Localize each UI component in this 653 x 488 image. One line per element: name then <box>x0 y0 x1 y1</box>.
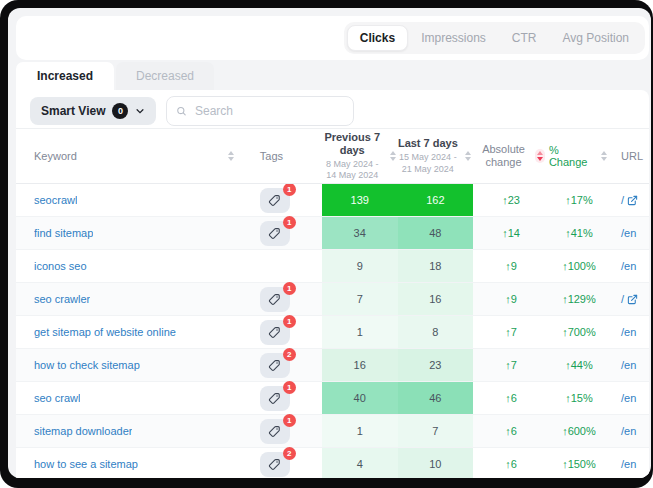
keyword-cell: get sitemap of website online <box>16 316 242 348</box>
metric-switcher: ClicksImpressionsCTRAvg Position <box>344 22 645 54</box>
search-icon <box>176 105 187 117</box>
sort-icon-previous[interactable] <box>388 149 398 163</box>
url-link[interactable]: /en <box>621 227 636 239</box>
tag-icon <box>268 392 281 405</box>
table-row: find sitemap13448↑14↑41%/en <box>16 217 649 250</box>
url-cell: /en <box>609 448 649 478</box>
keyword-link[interactable]: sitemap downloader <box>34 425 132 437</box>
keyword-link[interactable]: seo crawler <box>34 293 90 305</box>
keyword-link[interactable]: seocrawl <box>34 194 77 206</box>
header-last-title: Last 7 days <box>398 137 459 150</box>
keyword-cell: seo crawler <box>16 283 242 315</box>
tag-button[interactable]: 1 <box>260 419 290 444</box>
tag-count-badge: 1 <box>283 184 296 196</box>
tab-decreased[interactable]: Decreased <box>116 62 214 90</box>
keyword-cell: iconos seo <box>16 250 242 282</box>
last-value-cell: 18 <box>398 250 474 282</box>
last-value-cell: 162 <box>398 184 474 216</box>
keyword-link[interactable]: get sitemap of website online <box>34 326 176 338</box>
app-frame: ClicksImpressionsCTRAvg Position Increas… <box>0 0 653 488</box>
metric-tab-ctr[interactable]: CTR <box>499 25 550 51</box>
table-row: get sitemap of website online118↑7↑700%/… <box>16 316 649 349</box>
previous-value-cell: 16 <box>322 349 398 381</box>
tag-button[interactable]: 1 <box>260 320 290 345</box>
smart-view-dropdown[interactable]: Smart View 0 <box>30 97 156 125</box>
absolute-change-cell: ↑6 <box>473 448 549 478</box>
tag-button[interactable]: 1 <box>260 386 290 411</box>
absolute-change-cell: ↑9 <box>473 250 549 282</box>
percent-change-cell: ↑700% <box>549 316 609 348</box>
header-url-label: URL <box>621 150 643 162</box>
tag-button[interactable]: 1 <box>260 188 290 213</box>
percent-change-cell: ↑44% <box>549 349 609 381</box>
table-row: how to check sitemap21623↑7↑44%/en <box>16 349 649 382</box>
percent-change-cell: ↑100% <box>549 250 609 282</box>
absolute-change-cell: ↑7 <box>473 349 549 381</box>
table-row: sitemap downloader117↑6↑600%/en <box>16 415 649 448</box>
tag-button[interactable]: 2 <box>260 353 290 378</box>
previous-value-cell: 7 <box>322 283 398 315</box>
sort-icon-absolute-change-active[interactable] <box>535 149 545 163</box>
tag-count-badge: 1 <box>283 315 296 328</box>
last-value-cell: 48 <box>398 217 474 249</box>
keyword-link[interactable]: how to check sitemap <box>34 359 140 371</box>
metric-tab-avg-position[interactable]: Avg Position <box>550 25 643 51</box>
tag-count-badge: 1 <box>283 414 296 427</box>
url-cell: /en <box>609 217 649 249</box>
tags-cell: 1 <box>242 316 322 348</box>
header-previous-dates: 8 May 2024 - 14 May 2024 <box>322 159 383 182</box>
tags-cell: 2 <box>242 349 322 381</box>
tag-button[interactable]: 1 <box>260 221 290 246</box>
header-percent-change: % Change <box>549 144 609 168</box>
url-cell: /en <box>609 382 649 414</box>
header-tags: Tags <box>242 150 322 162</box>
keyword-cell: how to check sitemap <box>16 349 242 381</box>
url-link[interactable]: /en <box>621 392 636 404</box>
url-link[interactable]: /en <box>621 458 636 470</box>
absolute-change-cell: ↑14 <box>473 217 549 249</box>
keyword-link[interactable]: find sitemap <box>34 227 93 239</box>
tags-cell: 1 <box>242 382 322 414</box>
previous-value-cell: 40 <box>322 382 398 414</box>
tag-count-badge: 1 <box>283 282 296 295</box>
url-link[interactable]: /en <box>621 425 636 437</box>
url-link[interactable]: /en <box>621 359 636 371</box>
table-row: seo crawl14046↑6↑15%/en <box>16 382 649 415</box>
tag-count-badge: 2 <box>283 447 296 460</box>
tab-increased[interactable]: Increased <box>16 62 114 90</box>
url-link[interactable]: / <box>621 293 638 305</box>
url-cell: / <box>609 184 649 216</box>
tags-cell: 1 <box>242 283 322 315</box>
keyword-link[interactable]: how to see a sitemap <box>34 458 138 470</box>
tag-icon <box>268 293 281 306</box>
keyword-link[interactable]: seo crawl <box>34 392 80 404</box>
previous-value-cell: 4 <box>322 448 398 478</box>
sort-icon-keyword[interactable] <box>226 149 236 163</box>
tag-icon <box>268 194 281 207</box>
url-cell: /en <box>609 250 649 282</box>
url-link[interactable]: / <box>621 194 638 206</box>
percent-change-cell: ↑17% <box>549 184 609 216</box>
metric-tab-clicks[interactable]: Clicks <box>347 25 408 51</box>
last-value-cell: 46 <box>398 382 474 414</box>
metric-tab-impressions[interactable]: Impressions <box>408 25 499 51</box>
sort-icon-percent-change[interactable] <box>599 149 609 163</box>
previous-value-cell: 139 <box>322 184 398 216</box>
tag-button[interactable]: 1 <box>260 287 290 312</box>
table-row: seo crawler1716↑9↑129%/ <box>16 283 649 316</box>
header-previous-title: Previous 7 days <box>322 131 383 157</box>
header-percent-label: % Change <box>549 144 594 168</box>
previous-value-cell: 1 <box>322 316 398 348</box>
search-input[interactable] <box>193 103 344 119</box>
filter-bar: Smart View 0 <box>16 90 649 128</box>
url-link[interactable]: /en <box>621 326 636 338</box>
tag-icon <box>268 425 281 438</box>
keyword-link[interactable]: iconos seo <box>34 260 87 272</box>
header-absolute-label: Absolute change <box>478 143 530 169</box>
tag-button[interactable]: 2 <box>260 452 290 477</box>
header-last-dates: 15 May 2024 - 21 May 2024 <box>398 152 459 175</box>
tag-icon <box>268 227 281 240</box>
dashboard-window: ClicksImpressionsCTRAvg Position Increas… <box>8 8 651 478</box>
url-link[interactable]: /en <box>621 260 636 272</box>
sort-icon-last[interactable] <box>463 149 473 163</box>
